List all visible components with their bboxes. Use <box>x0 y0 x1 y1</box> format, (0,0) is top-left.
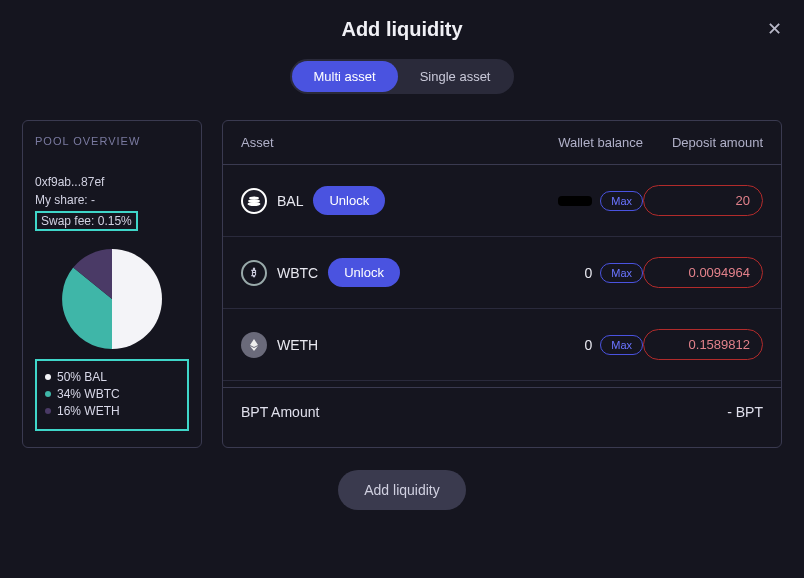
deposit-cell <box>643 185 763 216</box>
svg-point-0 <box>249 196 259 199</box>
modal-title: Add liquidity <box>341 18 462 41</box>
deposit-cell <box>643 329 763 360</box>
add-liquidity-modal: Add liquidity ✕ Multi asset Single asset… <box>0 0 804 528</box>
legend-label: 50% BAL <box>57 370 107 384</box>
legend-dot-icon <box>45 391 51 397</box>
pool-overview-heading: POOL OVERVIEW <box>35 135 189 147</box>
bal-token-icon <box>241 188 267 214</box>
max-button[interactable]: Max <box>600 191 643 211</box>
pool-legend: 50% BAL 34% WBTC 16% WETH <box>35 359 189 431</box>
unlock-button[interactable]: Unlock <box>313 186 385 215</box>
asset-row-wbtc: ₿ WBTC Unlock 0 Max <box>223 237 781 309</box>
max-button[interactable]: Max <box>600 335 643 355</box>
wallet-balance: 0 <box>584 265 592 281</box>
legend-item-wbtc: 34% WBTC <box>45 387 179 401</box>
svg-text:₿: ₿ <box>251 267 257 278</box>
tab-multi-asset[interactable]: Multi asset <box>292 61 398 92</box>
legend-dot-icon <box>45 408 51 414</box>
assets-table-header: Asset Wallet balance Deposit amount <box>223 121 781 165</box>
wallet-cell: 0 Max <box>533 263 643 283</box>
token-symbol: WBTC <box>277 265 318 281</box>
wallet-cell: Max <box>533 191 643 211</box>
deposit-input[interactable] <box>643 185 763 216</box>
asset-cell: WETH <box>241 332 431 358</box>
content-row: POOL OVERVIEW 0xf9ab...87ef My share: - … <box>22 120 782 448</box>
token-symbol: WETH <box>277 337 318 353</box>
wallet-balance: 0 <box>584 337 592 353</box>
token-symbol: BAL <box>277 193 303 209</box>
bpt-value: - BPT <box>727 404 763 420</box>
pool-pie-chart <box>35 249 189 349</box>
tabs-inner: Multi asset Single asset <box>290 59 515 94</box>
svg-marker-4 <box>250 339 258 347</box>
wallet-cell: 0 Max <box>533 335 643 355</box>
th-deposit-amount: Deposit amount <box>643 135 763 150</box>
legend-item-bal: 50% BAL <box>45 370 179 384</box>
weth-token-icon <box>241 332 267 358</box>
wbtc-token-icon: ₿ <box>241 260 267 286</box>
add-liquidity-button[interactable]: Add liquidity <box>338 470 466 510</box>
asset-cell: BAL Unlock <box>241 186 431 215</box>
pool-overview-panel: POOL OVERVIEW 0xf9ab...87ef My share: - … <box>22 120 202 448</box>
wallet-balance <box>558 196 592 206</box>
tab-single-asset[interactable]: Single asset <box>398 61 513 92</box>
legend-dot-icon <box>45 374 51 380</box>
my-share-label: My share: - <box>35 193 189 207</box>
legend-label: 16% WETH <box>57 404 120 418</box>
swap-fee-label: Swap fee: 0.15% <box>35 211 138 231</box>
legend-item-weth: 16% WETH <box>45 404 179 418</box>
asset-row-bal: BAL Unlock Max <box>223 165 781 237</box>
deposit-input[interactable] <box>643 257 763 288</box>
modal-header: Add liquidity ✕ <box>22 18 782 41</box>
bpt-label: BPT Amount <box>241 404 319 420</box>
pie-slice-bal <box>112 249 162 349</box>
pie-chart-svg <box>62 249 162 349</box>
assets-panel: Asset Wallet balance Deposit amount BAL … <box>222 120 782 448</box>
legend-label: 34% WBTC <box>57 387 120 401</box>
th-wallet-balance: Wallet balance <box>533 135 643 150</box>
asset-row-weth: WETH 0 Max <box>223 309 781 381</box>
max-button[interactable]: Max <box>600 263 643 283</box>
deposit-cell <box>643 257 763 288</box>
asset-cell: ₿ WBTC Unlock <box>241 258 431 287</box>
pool-address: 0xf9ab...87ef <box>35 175 189 189</box>
bpt-amount-row: BPT Amount - BPT <box>223 387 781 436</box>
close-icon[interactable]: ✕ <box>767 20 782 38</box>
th-asset: Asset <box>241 135 431 150</box>
asset-mode-tabs: Multi asset Single asset <box>22 59 782 94</box>
svg-point-2 <box>248 202 261 206</box>
deposit-input[interactable] <box>643 329 763 360</box>
modal-footer: Add liquidity <box>22 470 782 510</box>
unlock-button[interactable]: Unlock <box>328 258 400 287</box>
